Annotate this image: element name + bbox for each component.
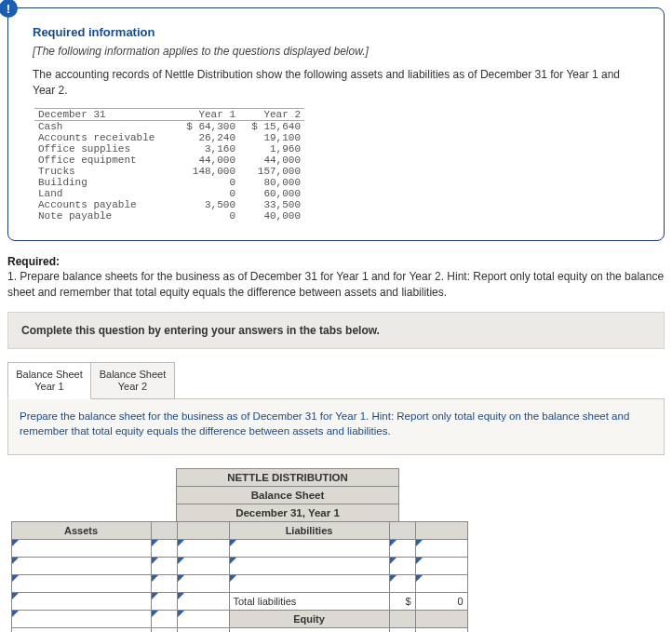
tabs: Balance Sheet Year 1 Balance Sheet Year … [7,362,665,399]
tab-label: Year 2 [118,381,147,392]
row-label: Cash [34,120,174,132]
asset-val-input[interactable] [177,539,230,558]
row-label: Building [34,177,174,188]
liab-name-input[interactable] [229,574,390,593]
row-val: $ 15,640 [239,120,304,132]
row-label: Accounts payable [34,199,174,210]
asset-val-input[interactable] [177,592,230,611]
col-header-year2: Year 2 [239,108,304,120]
row-label: Office equipment [34,155,174,166]
blank-header [151,521,178,540]
row-val: 148,000 [174,166,239,177]
row-val: 33,500 [239,199,304,210]
row-val: 26,240 [174,132,239,143]
balance-sheet: NETTLE DISTRIBUTION Balance Sheet Decemb… [11,468,665,632]
col-header-date: December 31 [34,108,174,120]
asset-cur-input[interactable] [151,557,178,575]
row-val: 0 [174,210,239,222]
row-val: 44,000 [174,155,239,166]
liabilities-header: Liabilities [229,521,390,540]
total-liab-cur: $ [389,592,416,611]
liab-cur-input[interactable] [389,539,416,558]
blank-header [415,521,468,540]
account-data-table: December 31 Year 1 Year 2 Cash$ 64,300$ … [34,108,304,222]
equity-header: Equity [229,610,390,628]
blank-header [177,521,230,540]
liab-name-input[interactable] [229,557,390,575]
row-label: Accounts receivable [34,132,174,143]
required-info-title: Required information [33,25,645,39]
required-heading: Required: [7,255,60,268]
tab-label: Balance Sheet [100,369,167,380]
liab-name-input[interactable] [229,539,390,558]
row-val: 3,500 [174,199,239,210]
required-information-box: ! Required information [The following in… [7,7,665,241]
info-icon: ! [0,0,18,18]
total-equity-label: Total equity [229,627,390,632]
liab-val-input[interactable] [415,557,468,575]
row-val: 40,000 [239,210,304,222]
col-header-year1: Year 1 [174,108,239,120]
panel-hint: Prepare the balance sheet for the busine… [20,409,652,438]
row-val: 80,000 [239,177,304,188]
blank-header [415,610,468,628]
row-val: 3,160 [174,143,239,155]
bs-date: December 31, Year 1 [176,504,399,522]
asset-val-input[interactable] [177,574,230,593]
asset-cur-input[interactable] [151,574,178,593]
asset-name-input[interactable] [11,574,152,593]
tab-panel: Prepare the balance sheet for the busine… [7,398,665,454]
liab-val-input[interactable] [415,574,468,593]
row-val: $ 64,300 [174,120,239,132]
asset-val-input[interactable] [177,557,230,575]
total-liab-val: 0 [415,592,468,611]
blank-cell [389,627,416,632]
total-liabilities-label: Total liabilities [229,592,390,611]
asset-cur-input[interactable] [151,539,178,558]
asset-cur-input[interactable] [151,592,178,611]
tab-label: Year 1 [34,381,63,392]
asset-cur-input[interactable] [151,610,178,628]
tab-balance-sheet-year2[interactable]: Balance Sheet Year 2 [91,362,175,399]
assets-header: Assets [11,521,152,540]
liab-cur-input[interactable] [389,557,416,575]
row-label: Land [34,188,174,199]
asset-name-input[interactable] [11,557,152,575]
row-val: 44,000 [239,155,304,166]
required-block: Required: 1. Prepare balance sheets for … [7,254,665,301]
instruction-bar: Complete this question by entering your … [7,312,665,349]
asset-name-input[interactable] [11,610,152,628]
asset-val-input[interactable] [177,610,230,628]
row-label: Note payable [34,210,174,222]
tab-label: Balance Sheet [16,369,83,380]
tab-balance-sheet-year1[interactable]: Balance Sheet Year 1 [7,362,91,399]
blank-header [389,610,416,628]
bs-title: Balance Sheet [176,487,399,504]
row-val: 0 [174,177,239,188]
required-text: 1. Prepare balance sheets for the busine… [7,270,664,299]
row-val: 157,000 [239,166,304,177]
asset-name-input[interactable] [11,539,152,558]
bs-company: NETTLE DISTRIBUTION [176,468,399,487]
row-label: Office supplies [34,143,174,155]
blank-header [389,521,416,540]
row-val: 0 [174,188,239,199]
blank-cell [415,627,468,632]
intro-text: The accounting records of Nettle Distrib… [33,67,645,99]
applies-note: [The following information applies to th… [33,45,645,58]
row-val: 19,100 [239,132,304,143]
row-val: 1,960 [239,143,304,155]
liab-cur-input[interactable] [389,574,416,593]
row-val: 60,000 [239,188,304,199]
asset-name-input[interactable] [11,592,152,611]
liab-val-input[interactable] [415,539,468,558]
row-label: Trucks [34,166,174,177]
